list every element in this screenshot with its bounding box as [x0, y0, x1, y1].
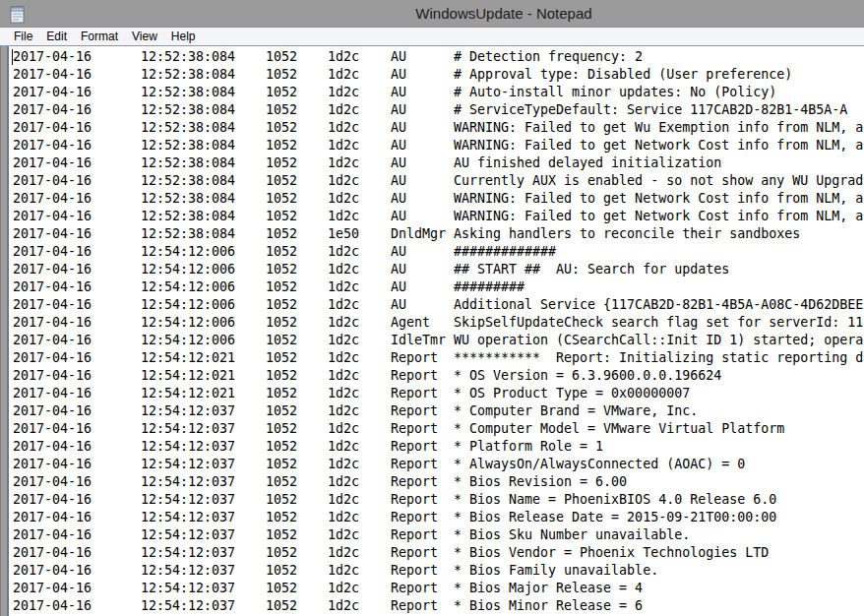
log-line: 2017-04-16 12:54:12:037 1052 1d2c Report…	[0, 544, 864, 562]
log-date: 2017-04-16	[13, 367, 141, 385]
log-tid: 1d2c	[328, 526, 391, 544]
log-tid: 1d2c	[328, 580, 391, 597]
log-component: AU	[391, 119, 454, 137]
menu-help[interactable]: Help	[164, 28, 203, 46]
log-message: * Bios Family unavailable.	[454, 562, 864, 580]
log-component: Report	[391, 349, 454, 367]
log-component: Report	[391, 562, 454, 580]
log-time: 12:54:12:021	[141, 367, 266, 385]
log-tid: 1d2c	[328, 349, 391, 367]
log-tid: 1d2c	[328, 172, 391, 190]
log-line: 2017-04-16 12:54:12:037 1052 1d2c Report…	[0, 509, 864, 526]
titlebar[interactable]: WindowsUpdate - Notepad	[0, 0, 864, 28]
log-line: 2017-04-16 12:54:12:037 1052 1d2c Report…	[0, 402, 864, 420]
log-line: 2017-04-16 12:54:12:006 1052 1d2c AU ###…	[0, 278, 864, 296]
log-tid: 1d2c	[328, 208, 391, 225]
log-date: 2017-04-16	[13, 526, 141, 544]
log-pid: 1052	[266, 48, 328, 66]
log-pid: 1052	[266, 402, 328, 420]
log-pid: 1052	[266, 119, 328, 137]
log-message: * Bios Name = PhoenixBIOS 4.0 Release 6.…	[454, 491, 864, 509]
log-message: *********** Report: Initializing static …	[454, 349, 864, 367]
log-date: 2017-04-16	[13, 66, 141, 84]
log-date: 2017-04-16	[13, 580, 141, 597]
log-message: # ServiceTypeDefault: Service 117CAB2D-8…	[454, 101, 864, 119]
log-date: 2017-04-16	[13, 243, 141, 261]
text-editor-area[interactable]: 2017-04-16 12:52:38:084 1052 1d2c AU # D…	[0, 46, 864, 616]
log-pid: 1052	[266, 84, 328, 101]
log-line: 2017-04-16 12:54:12:006 1052 1d2c AU Add…	[0, 296, 864, 314]
log-tid: 1d2c	[328, 509, 391, 526]
log-time: 12:54:12:037	[141, 491, 266, 509]
menubar: File Edit Format View Help	[0, 28, 864, 46]
log-time: 12:54:12:037	[141, 580, 266, 597]
log-message: * Bios Release Date = 2015-09-21T00:00:0…	[454, 509, 864, 526]
log-tid: 1d2c	[328, 420, 391, 438]
log-component: AU	[391, 172, 454, 190]
menu-format[interactable]: Format	[74, 28, 125, 46]
log-tid: 1d2c	[328, 101, 391, 119]
log-tid: 1d2c	[328, 332, 391, 349]
log-line: 2017-04-16 12:54:12:037 1052 1d2c Report…	[0, 420, 864, 438]
log-component: Report	[391, 385, 454, 402]
menu-file[interactable]: File	[7, 28, 39, 46]
log-date: 2017-04-16	[13, 119, 141, 137]
log-pid: 1052	[266, 332, 328, 349]
log-time: 12:54:12:006	[141, 278, 266, 296]
log-tid: 1d2c	[328, 491, 391, 509]
log-date: 2017-04-16	[13, 332, 141, 349]
log-component: IdleTmr	[391, 332, 454, 349]
log-component: AU	[391, 84, 454, 101]
log-line: 2017-04-16 12:54:12:037 1052 1d2c Report…	[0, 526, 864, 544]
log-message: * Bios Revision = 6.00	[454, 473, 864, 491]
log-pid: 1052	[266, 243, 328, 261]
log-time: 12:54:12:006	[141, 296, 266, 314]
log-pid: 1052	[266, 509, 328, 526]
log-time: 12:52:38:084	[141, 172, 266, 190]
log-pid: 1052	[266, 562, 328, 580]
log-component: Report	[391, 367, 454, 385]
log-line: 2017-04-16 12:52:38:084 1052 1d2c AU WAR…	[0, 208, 864, 225]
log-time: 12:54:12:037	[141, 544, 266, 562]
log-date: 2017-04-16	[13, 154, 141, 172]
log-message: Additional Service {117CAB2D-82B1-4B5A-A…	[454, 296, 864, 314]
log-time: 12:54:12:006	[141, 243, 266, 261]
log-tid: 1d2c	[328, 544, 391, 562]
log-component: Report	[391, 473, 454, 491]
log-tid: 1d2c	[328, 314, 391, 332]
log-pid: 1052	[266, 208, 328, 225]
log-line: 2017-04-16 12:52:38:084 1052 1d2c AU # A…	[0, 66, 864, 84]
log-pid: 1052	[266, 296, 328, 314]
log-line: 2017-04-16 12:52:38:084 1052 1e50 DnldMg…	[0, 225, 864, 243]
log-message: WARNING: Failed to get Network Cost info…	[454, 137, 864, 154]
log-message: WARNING: Failed to get Network Cost info…	[454, 190, 864, 208]
log-pid: 1052	[266, 225, 328, 243]
menu-edit[interactable]: Edit	[39, 28, 74, 46]
log-date: 2017-04-16	[13, 101, 141, 119]
log-pid: 1052	[266, 580, 328, 597]
log-line: 2017-04-16 12:52:38:084 1052 1d2c AU # A…	[0, 84, 864, 101]
log-date: 2017-04-16	[13, 278, 141, 296]
log-component: Report	[391, 509, 454, 526]
log-date: 2017-04-16	[13, 261, 141, 278]
log-date: 2017-04-16	[13, 172, 141, 190]
log-date: 2017-04-16	[13, 420, 141, 438]
log-pid: 1052	[266, 314, 328, 332]
log-tid: 1e50	[328, 225, 391, 243]
log-message: # Auto-install minor updates: No (Policy…	[454, 84, 864, 101]
log-time: 12:54:12:021	[141, 385, 266, 402]
log-time: 12:54:12:006	[141, 261, 266, 278]
log-pid: 1052	[266, 456, 328, 473]
log-component: DnldMgr	[391, 225, 454, 243]
log-message: * Computer Model = VMware Virtual Platfo…	[454, 420, 864, 438]
log-time: 12:54:12:006	[141, 332, 266, 349]
log-message: * Computer Brand = VMware, Inc.	[454, 402, 864, 420]
log-component: Report	[391, 580, 454, 597]
log-date: 2017-04-16	[13, 296, 141, 314]
log-component: Report	[391, 402, 454, 420]
log-line: 2017-04-16 12:52:38:084 1052 1d2c AU AU …	[0, 154, 864, 172]
menu-view[interactable]: View	[125, 28, 164, 46]
log-tid: 1d2c	[328, 243, 391, 261]
log-time: 12:54:12:037	[141, 456, 266, 473]
log-date: 2017-04-16	[13, 137, 141, 154]
